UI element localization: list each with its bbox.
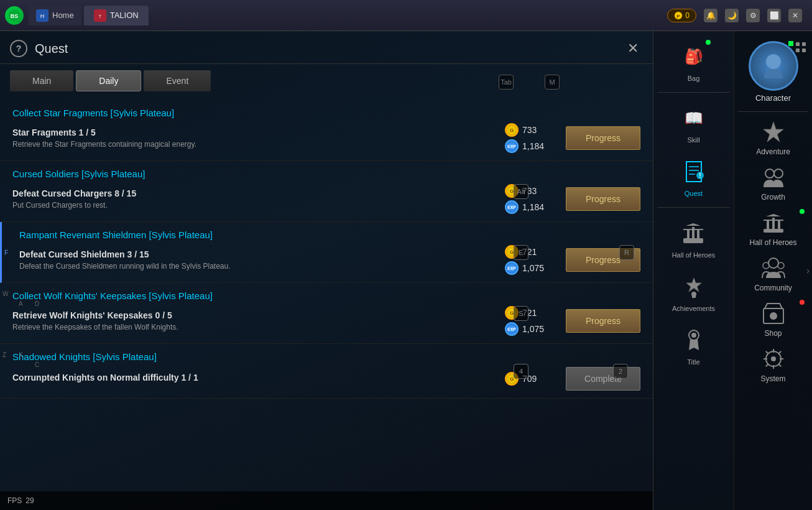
svg-line-40 <box>765 351 768 354</box>
svg-point-30 <box>763 262 769 269</box>
sidebar-item-quest[interactable]: ! Quest <box>675 152 713 201</box>
quest-rewards: G 721 EXP 1,075 <box>505 306 553 336</box>
gold-icon: G <box>505 123 519 137</box>
svg-rect-13 <box>697 230 699 238</box>
system-label: System <box>760 374 785 383</box>
talion-tab[interactable]: T TALION <box>84 6 149 26</box>
far-right-divider <box>738 111 808 112</box>
far-right-nav: Character Adventure Growth <box>734 31 812 510</box>
game-area: ? Quest ✕ Tab M Main Daily Event Collect… <box>0 31 812 510</box>
quest-desc: Defeat the Cursed Shieldmen running wild… <box>19 262 505 271</box>
fps-label: FPS <box>7 496 22 505</box>
quest-title: Quest <box>35 42 623 56</box>
char-grid-icon <box>795 41 807 56</box>
quest-item-title[interactable]: Shadowed Knights [Sylvis Plateau] <box>12 351 640 362</box>
quest-item-title[interactable]: Collect Wolf Knights' Keepsakes [Sylvis … <box>12 290 640 301</box>
svg-rect-19 <box>802 42 806 46</box>
far-nav-shop[interactable]: Shop <box>734 297 812 340</box>
quest-progress-text: Retrieve Wolf Knights' Keepsakes 0 / 5 <box>12 310 505 320</box>
svg-rect-10 <box>683 238 703 243</box>
quest-rewards: G 709 <box>505 372 553 386</box>
far-nav-growth[interactable]: Growth <box>734 161 812 204</box>
quest-item-title[interactable]: Cursed Soldiers [Sylvis Plateau] <box>12 169 640 179</box>
quest-progress-button[interactable]: Progress <box>566 187 640 211</box>
gold-reward: G 721 <box>505 245 553 259</box>
exp-reward: EXP 1,184 <box>505 139 553 153</box>
close-button[interactable]: ✕ <box>788 9 802 22</box>
quest-help-button[interactable]: ? <box>10 40 27 57</box>
sidebar-item-title[interactable]: Title <box>675 321 713 369</box>
quest-icon: ! <box>678 156 709 187</box>
quest-complete-button[interactable]: Complete <box>566 367 640 391</box>
num2-hint: 2 <box>613 364 628 379</box>
svg-rect-26 <box>767 220 769 229</box>
quest-close-button[interactable]: ✕ <box>623 39 643 58</box>
svg-line-42 <box>778 351 781 354</box>
s-hint: S <box>514 306 528 321</box>
scroll-arrow: › <box>806 266 810 276</box>
svg-rect-12 <box>692 227 694 238</box>
svg-rect-21 <box>802 49 806 52</box>
adventure-icon <box>760 118 787 146</box>
far-nav-community[interactable]: Community <box>734 252 812 295</box>
alt-hint: Alt <box>514 184 528 199</box>
home-tab[interactable]: H Home <box>29 6 81 26</box>
exp-reward: EXP 1,075 <box>505 261 553 275</box>
quest-header: ? Quest ✕ <box>0 31 653 64</box>
sidebar-item-achievements[interactable]: Achievements <box>668 267 719 316</box>
resize-button[interactable]: ⬜ <box>767 9 781 22</box>
svg-rect-25 <box>764 229 783 233</box>
quest-progress-button[interactable]: Progress <box>566 309 640 333</box>
tab-event[interactable]: Event <box>144 70 211 91</box>
svg-point-14 <box>691 292 696 297</box>
hall-dot <box>800 209 805 214</box>
far-nav-adventure[interactable]: Adventure <box>734 116 812 159</box>
quest-progress-button[interactable]: Progress <box>566 126 640 150</box>
sidebar-item-bag[interactable]: 🎒 Bag <box>675 37 713 86</box>
notifications-button[interactable]: 🔔 <box>704 9 717 22</box>
exp-icon: EXP <box>505 139 519 153</box>
skill-label: Skill <box>687 136 699 144</box>
e-hint: E <box>514 245 528 260</box>
svg-point-22 <box>766 54 781 69</box>
character-avatar[interactable] <box>749 41 798 91</box>
svg-point-24 <box>774 169 783 178</box>
char-dot <box>788 41 793 46</box>
quest-progress-text: Defeat Cursed Chargers 8 / 15 <box>12 188 505 198</box>
growth-label: Growth <box>761 193 785 202</box>
svg-rect-20 <box>796 49 800 52</box>
achievements-label: Achievements <box>672 305 715 312</box>
quest-item-title[interactable]: Rampant Revenant Shieldmen [Sylvis Plate… <box>19 230 640 240</box>
hall-of-heroes-nav-icon <box>760 209 787 236</box>
quest-item: W A D Collect Wolf Knights' Keepsakes [S… <box>0 283 653 344</box>
quest-item: Z X C Shadowed Knights [Sylvis Plateau] … <box>0 344 653 399</box>
talion-tab-label: TALION <box>110 11 139 20</box>
hall-of-heroes-label: Hall of Heroes <box>672 251 716 259</box>
quest-item: F Rampant Revenant Shieldmen [Sylvis Pla… <box>0 222 653 283</box>
far-nav-system[interactable]: System <box>734 343 812 386</box>
night-mode-button[interactable]: 🌙 <box>725 9 739 22</box>
shop-label: Shop <box>764 329 782 338</box>
exp-icon: EXP <box>505 261 519 275</box>
quest-rewards: G 733 EXP 1,184 <box>505 123 553 153</box>
community-label: Community <box>754 284 792 292</box>
sidebar-item-skill[interactable]: 📖 Skill <box>675 99 713 147</box>
exp-value: 1,075 <box>522 263 553 273</box>
settings-button[interactable]: ⚙ <box>746 9 760 22</box>
tab-main[interactable]: Main <box>10 70 73 91</box>
svg-point-35 <box>771 356 776 361</box>
tab-daily[interactable]: Daily <box>76 70 141 91</box>
bluestacks-logo: BS <box>5 6 24 25</box>
titlebar: BS H Home T TALION P 0 🔔 🌙 ⚙ ⬜ ✕ <box>0 0 812 31</box>
title-icon <box>678 325 709 356</box>
sidebar-item-hall-of-heroes[interactable]: Hall of Heroes <box>668 214 719 262</box>
achievements-icon <box>678 271 709 302</box>
quest-panel: ? Quest ✕ Tab M Main Daily Event Collect… <box>0 31 653 510</box>
home-app-icon: H <box>36 9 48 22</box>
quest-item: Cursed Soldiers [Sylvis Plateau] Defeat … <box>0 161 653 222</box>
quest-item-title[interactable]: Collect Star Fragments [Sylvis Plateau] <box>12 108 640 118</box>
far-nav-hall-of-heroes[interactable]: Hall of Heroes <box>734 206 812 249</box>
hall-of-heroes-nav-label: Hall of Heroes <box>749 238 796 247</box>
svg-line-41 <box>778 364 781 366</box>
quest-desc: Retrieve the Keepsakes of the fallen Wol… <box>12 323 505 332</box>
